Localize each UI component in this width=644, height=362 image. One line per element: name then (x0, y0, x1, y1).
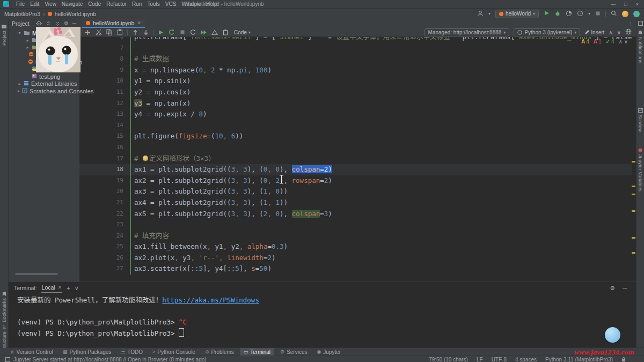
add-cell-icon[interactable] (84, 29, 91, 36)
next-cell-icon[interactable]: ∨ (617, 29, 621, 35)
hide-panel-icon[interactable]: ─ (72, 20, 76, 26)
new-terminal-icon[interactable]: + (67, 285, 70, 291)
sidebar-item-jupyter-variables[interactable]: Jupyter Variables (636, 146, 644, 193)
paste-cell-icon[interactable] (116, 29, 123, 36)
debug-button[interactable] (554, 10, 561, 18)
stop-button[interactable] (595, 11, 601, 17)
toolwindow-terminal[interactable]: ▭Terminal (240, 348, 274, 356)
run-all-cells-icon[interactable] (200, 29, 207, 36)
collapse-all-icon[interactable] (55, 21, 60, 26)
menu-vcs[interactable]: VCS (163, 1, 179, 7)
terminal-hide-icon[interactable]: ─ (623, 285, 627, 292)
copy-cell-icon[interactable] (106, 29, 113, 36)
toolwindow-jupyter[interactable]: ◉Jupyter (313, 348, 345, 356)
tab-options-kebab-icon[interactable]: ⋮ (628, 21, 633, 27)
toolwindow-problems[interactable]: ⊕Problems (201, 348, 238, 356)
run-config-select[interactable]: helloWorld ▾ (495, 10, 539, 18)
restart-kernel-icon[interactable] (168, 29, 175, 36)
tree-row[interactable]: test.png (9, 73, 79, 80)
status-line-ending[interactable]: LF (477, 357, 483, 362)
layout-icon[interactable] (638, 21, 643, 26)
minimize-button[interactable]: — (611, 2, 616, 7)
inspection-item[interactable]: ✓ 4 (606, 39, 614, 45)
insert-mode-indicator[interactable]: Insert (584, 29, 604, 35)
tab-close-icon[interactable]: ✕ (58, 285, 62, 290)
run-cell-icon[interactable] (157, 29, 164, 36)
menu-tools[interactable]: Tools (144, 1, 162, 7)
move-cell-down-icon[interactable] (142, 29, 149, 36)
tree-row[interactable]: ▸Scratches and Consoles (9, 87, 79, 95)
sidebar-item-project[interactable]: Project (0, 22, 8, 47)
terminal-dropdown-icon[interactable]: ∨ (75, 285, 79, 292)
tab-close-icon[interactable]: ✕ (137, 20, 141, 26)
kernel-select[interactable]: Python 3 (ipykernel)▾ (514, 28, 580, 36)
open-in-browser-icon[interactable] (625, 28, 632, 36)
menu-edit[interactable]: Edit (27, 1, 42, 7)
toolwindow-services[interactable]: ⚙Services (276, 348, 311, 356)
tree-row[interactable]: ▸External Libraries (9, 80, 79, 88)
menu-code[interactable]: Code (85, 1, 104, 7)
profile-avatar-icon[interactable] (633, 11, 640, 17)
tree-arrow-icon[interactable]: ▾ (18, 31, 21, 35)
run-more-caret-icon[interactable]: ▾ (588, 11, 590, 16)
tab-helloworld-ipynb[interactable]: helloWorld.ipynb ✕ (82, 19, 145, 28)
inspection-item[interactable]: A 4 (581, 39, 589, 45)
breadcrumb-file[interactable]: helloWorld.ipynb (55, 11, 96, 17)
menu-view[interactable]: View (42, 1, 59, 7)
search-everywhere-icon[interactable] (611, 10, 617, 18)
cell-type-select[interactable]: Code▾ (234, 29, 251, 35)
status-interpreter[interactable]: Python 3.11 (MatplotlibPro3) (545, 357, 613, 362)
tree-arrow-icon[interactable]: ▸ (26, 45, 30, 50)
lock-icon[interactable] (621, 357, 626, 362)
breadcrumb-project[interactable]: MatplotlibPro3 (4, 11, 40, 17)
toolwindow-python-console[interactable]: >Python Console (149, 348, 199, 356)
tree-arrow-icon[interactable]: ▸ (18, 82, 21, 86)
project-hscrollbar[interactable] (15, 273, 58, 275)
lightbulb-icon[interactable] (143, 156, 148, 161)
menu-navigate[interactable]: Navigate (59, 1, 85, 7)
terminal-link[interactable]: https://aka.ms/PSWindows (162, 296, 259, 304)
toolwindow-version-control[interactable]: ⋔Version Control (6, 348, 57, 356)
terminal-tab-local[interactable]: Local✕ (41, 283, 63, 293)
settings-gear-icon[interactable]: ⚙ (64, 20, 69, 26)
terminal-settings-icon[interactable]: ⚙ (610, 285, 615, 292)
inspections-widget[interactable]: A 4A 1✓ 4∧ ∨ (581, 39, 628, 45)
toolwindow-python-packages[interactable]: ▦Python Packages (59, 348, 115, 356)
inspection-nav[interactable]: ∧ ∨ (619, 39, 628, 45)
floating-assistant-button[interactable] (605, 327, 620, 343)
terminal-output[interactable]: 安装最新的 PowerShell，了解新功能和改进！https://aka.ms… (17, 295, 624, 348)
status-message[interactable]: Jupyter Server started at http://localho… (13, 357, 207, 362)
prev-cell-icon[interactable]: ∧ (609, 29, 612, 35)
status-indent[interactable]: 4 spaces (515, 357, 537, 362)
sidebar-item-sciview[interactable]: SciView (636, 106, 644, 134)
status-encoding[interactable]: UTF-8 (492, 357, 507, 362)
jupyter-server-select[interactable]: Managed: http://localhost:8888▾ (425, 28, 510, 36)
menu-refactor[interactable]: Refactor (104, 1, 129, 7)
delete-cell-icon[interactable] (222, 29, 229, 36)
tree-arrow-icon[interactable]: ▸ (18, 88, 20, 93)
user-icon[interactable] (477, 10, 484, 18)
cut-cell-icon[interactable] (95, 29, 102, 36)
status-caret-position[interactable]: 79:50 (10 chars) (429, 357, 468, 362)
maximize-button[interactable]: □ (624, 2, 627, 7)
close-button[interactable]: × (636, 2, 639, 7)
toolwindow-todo[interactable]: ☰TODO (117, 348, 147, 356)
locate-file-icon[interactable] (36, 20, 42, 26)
notifications-badge-icon[interactable] (622, 11, 628, 17)
profiler-button[interactable] (577, 10, 583, 18)
coverage-button[interactable] (566, 10, 572, 18)
expand-all-icon[interactable] (46, 21, 51, 26)
code-editor[interactable]: 6plt.rcParams['font.sans-serif'] = ['Sim… (79, 37, 632, 279)
menu-run[interactable]: Run (129, 1, 144, 7)
inspection-item[interactable]: A 1 (594, 39, 602, 45)
sidebar-item-bookmarks[interactable]: Bookmarks (0, 290, 8, 324)
server-status-icon[interactable] (5, 357, 10, 362)
sidebar-item-notifications[interactable]: Notifications (636, 28, 644, 65)
rerun-cells-icon[interactable] (189, 29, 196, 36)
interrupt-kernel-icon[interactable] (211, 29, 218, 36)
menu-file[interactable]: File (13, 1, 27, 7)
run-button[interactable] (544, 10, 550, 17)
move-cell-up-icon[interactable] (131, 29, 138, 36)
tree-arrow-icon[interactable]: ▸ (26, 38, 30, 43)
stop-kernel-icon[interactable] (179, 29, 186, 36)
